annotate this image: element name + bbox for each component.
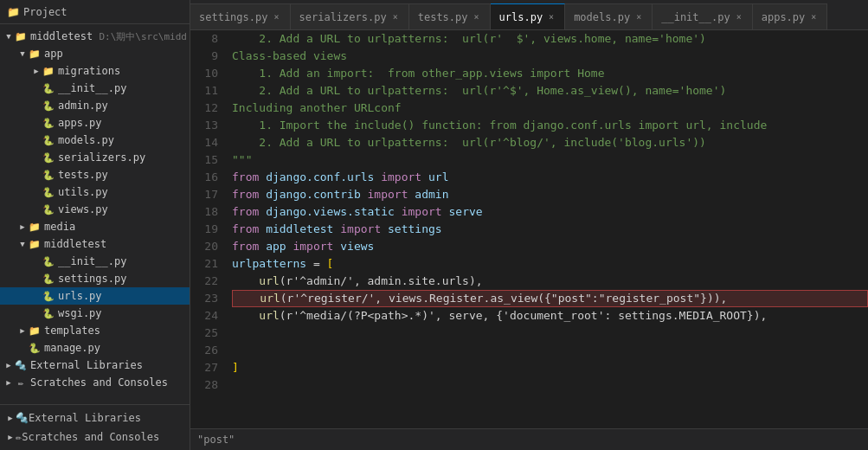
line-number-14: 14 — [190, 134, 218, 151]
line-number-24: 24 — [190, 307, 218, 325]
folder-icon: 📁 — [14, 29, 28, 43]
tree-label: __init__.py — [58, 82, 126, 94]
code-line-12: Including another URLconf — [232, 100, 868, 117]
code-text: from middletest import settings — [232, 221, 442, 238]
external-icon: 🔩 — [16, 412, 29, 424]
tree-item-apps-py-1[interactable]: 🐍apps.py — [0, 114, 190, 132]
tree-label: Scratches and Consoles — [30, 376, 168, 389]
tree-item-scratches[interactable]: ▶✏️Scratches and Consoles — [0, 374, 190, 391]
tree-item-manage-py[interactable]: 🐍manage.py — [0, 339, 190, 357]
tab-init-tab[interactable]: __init__.py × — [653, 3, 753, 29]
line-number-19: 19 — [190, 221, 218, 238]
tree-item-urls-py[interactable]: 🐍urls.py — [0, 287, 190, 305]
code-content[interactable]: 2. Add a URL to urlpatterns: url(r' $', … — [225, 30, 868, 428]
code-line-16: from django.conf.urls import url — [232, 169, 868, 186]
close-tab-btn[interactable]: × — [391, 11, 400, 22]
tab-models-tab[interactable]: models.py × — [565, 3, 653, 29]
code-text: url(r'^register/', views.Register.as_vie… — [233, 290, 727, 307]
tree-item-admin-py[interactable]: 🐍admin.py — [0, 97, 190, 114]
tree-item-settings-py[interactable]: 🐍settings.py — [0, 270, 190, 287]
tree-item-tests-py[interactable]: 🐍tests.py — [0, 166, 190, 183]
tab-serializers-tab[interactable]: serializers.py × — [291, 3, 409, 29]
line-number-27: 27 — [190, 359, 218, 376]
tab-tests-tab[interactable]: tests.py × — [409, 3, 491, 29]
tab-settings-tab[interactable]: settings.py × — [190, 3, 291, 29]
line-number-13: 13 — [190, 117, 218, 134]
tab-label: __init__.py — [661, 11, 730, 23]
tree-label: utils.py — [58, 186, 108, 198]
tree-label: middletest — [44, 238, 106, 250]
code-text: urlpatterns = [ — [232, 255, 333, 273]
py-icon: 🐍 — [42, 99, 55, 112]
line-number-26: 26 — [190, 342, 218, 359]
external-libraries-label: External Libraries — [29, 412, 141, 424]
tree-item-wsgi-py[interactable]: 🐍wsgi.py — [0, 305, 190, 322]
chevron-icon: ▼ — [17, 48, 28, 59]
line-number-8: 8 — [190, 30, 218, 48]
folder-icon: 📁 — [28, 237, 42, 251]
tree-item-serializers-py[interactable]: 🐍serializers.py — [0, 149, 190, 166]
code-line-11: 2. Add a URL to urlpatterns: url(r'^$', … — [232, 82, 868, 100]
tree-item-models-py[interactable]: 🐍models.py — [0, 132, 190, 149]
tree-item-templates[interactable]: ▶📁templates — [0, 322, 190, 339]
tree-item-migrations[interactable]: ▶📁migrations — [0, 62, 190, 80]
tab-apps-tab[interactable]: apps.py × — [753, 3, 828, 29]
comment-text: 2. Add a URL to urlpatterns: url(r' $', … — [232, 30, 706, 48]
tree-label: media — [44, 221, 75, 233]
close-tab-btn[interactable]: × — [547, 11, 556, 22]
close-tab-btn[interactable]: × — [272, 11, 280, 22]
code-text: from django.conf.urls import url — [232, 169, 448, 186]
bottom-status-text: "post" — [197, 434, 235, 446]
tree-item-views-py[interactable]: 🐍views.py — [0, 201, 190, 218]
scratches-item[interactable]: ▶ ✏️ Scratches and Consoles — [0, 428, 190, 447]
py-icon: 🐍 — [42, 81, 55, 95]
code-line-13: 1. Import the include() function: from d… — [232, 117, 868, 134]
tree-label: manage.py — [44, 342, 100, 354]
code-line-28 — [232, 376, 868, 394]
comment-text: Including another URLconf — [232, 100, 402, 117]
tree-item-middletest-sub[interactable]: ▼📁middletest — [0, 235, 190, 253]
external-icon: 🔩 — [14, 358, 28, 372]
tree-item-init-py-2[interactable]: 🐍__init__.py — [0, 253, 190, 270]
tab-label: apps.py — [762, 11, 806, 23]
folder-icon: 📁 — [28, 220, 42, 234]
external-libraries-item[interactable]: ▶ 🔩 External Libraries — [0, 408, 190, 428]
tab-bar: settings.py × serializers.py × tests.py … — [190, 0, 868, 30]
close-tab-btn[interactable]: × — [634, 11, 643, 22]
tree-item-init-py-1[interactable]: 🐍__init__.py — [0, 80, 190, 97]
comment-text: 2. Add a URL to urlpatterns: url(r'^blog… — [232, 134, 706, 151]
tree-item-app[interactable]: ▼📁app — [0, 45, 190, 62]
code-text: url(r'^media/(?P<path>.*)', serve, {'doc… — [232, 307, 767, 325]
tab-urls-tab[interactable]: urls.py × — [491, 3, 566, 29]
tab-label: models.py — [574, 11, 630, 23]
tab-label: urls.py — [499, 11, 543, 23]
code-text: from django.contrib import admin — [232, 186, 448, 203]
chevron-icon: ▶ — [5, 413, 16, 423]
line-number-22: 22 — [190, 273, 218, 290]
line-number-9: 9 — [190, 48, 218, 65]
line-number-11: 11 — [190, 82, 218, 100]
folder-icon: 📁 — [42, 64, 55, 78]
line-number-10: 10 — [190, 65, 218, 82]
line-number-28: 28 — [190, 376, 218, 394]
close-tab-btn[interactable]: × — [809, 11, 818, 22]
tree-item-external-libs[interactable]: ▶🔩External Libraries — [0, 357, 190, 374]
chevron-icon: ▶ — [3, 377, 14, 388]
comment-text: 1. Import the include() function: from d… — [232, 117, 767, 134]
line-number-20: 20 — [190, 238, 218, 255]
code-line-15: """ — [232, 151, 868, 169]
tree-item-utils-py[interactable]: 🐍utils.py — [0, 183, 190, 201]
tree-label: apps.py — [58, 117, 102, 129]
line-number-21: 21 — [190, 255, 218, 273]
folder-icon: 📁 — [28, 47, 42, 61]
close-tab-btn[interactable]: × — [735, 11, 743, 22]
line-number-17: 17 — [190, 186, 218, 203]
tree-item-media[interactable]: ▶📁media — [0, 218, 190, 235]
tree-item-middletest-root[interactable]: ▼📁middletest D:\期中\src\midd — [0, 28, 190, 45]
tree-label: migrations — [58, 65, 120, 77]
code-text: url(r'^admin/', admin.site.urls), — [232, 273, 483, 290]
file-tree: ▼📁middletest D:\期中\src\midd▼📁app▶📁migrat… — [0, 24, 190, 404]
close-tab-btn[interactable]: × — [473, 11, 481, 22]
py-icon: 🐍 — [42, 151, 55, 164]
line-numbers: 8910111213141516171819202122232425262728 — [190, 30, 225, 428]
